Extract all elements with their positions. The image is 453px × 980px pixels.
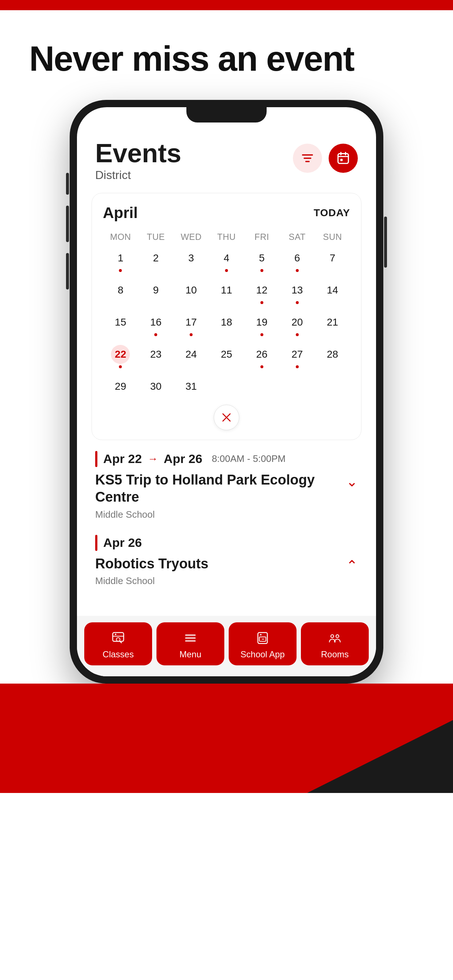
today-button[interactable]: TODAY [314,207,350,219]
event-1-info: KS5 Trip to Holland Park Ecology Centre … [95,471,339,520]
cal-day-2[interactable]: 2 [138,245,174,277]
cal-day-empty-3 [279,373,315,401]
cal-day-26[interactable]: 26 [244,341,279,373]
calendar-week-3: 15 16 17 18 19 20 21 [103,309,350,341]
event-2-card[interactable]: Robotics Tryouts Middle School ⌃ [95,555,358,587]
cal-day-empty-4 [315,373,350,401]
events-title-block: Events District [95,140,181,182]
cal-day-23[interactable]: 23 [138,341,174,373]
event-1-card[interactable]: KS5 Trip to Holland Park Ecology Centre … [95,471,358,520]
nav-menu-label: Menu [179,649,201,660]
cal-day-19[interactable]: 19 [244,309,279,341]
cal-day-25[interactable]: 25 [209,341,244,373]
calendar-icon [336,151,350,165]
calendar-toggle-button[interactable] [329,144,358,173]
event-2-date: Apr 26 [103,536,142,550]
cal-day-4[interactable]: 4 [209,245,244,277]
cal-day-21[interactable]: 21 [315,309,350,341]
cal-day-15[interactable]: 15 [103,309,138,341]
school-app-icon [254,630,271,646]
day-header-sat: SAT [279,229,315,245]
cal-day-29[interactable]: 29 [103,373,138,401]
phone-wrapper: Events District [0,100,453,684]
event-item-2: Apr 26 Robotics Tryouts Middle School ⌃ [95,535,358,587]
nav-school-app-button[interactable]: School App [229,622,297,665]
rooms-icon [327,630,343,646]
event-2-title: Robotics Tryouts [95,555,208,573]
cal-day-8[interactable]: 8 [103,277,138,309]
event-2-school: Middle School [95,575,208,587]
cal-day-6[interactable]: 6 [279,245,315,277]
nav-classes-label: Classes [102,649,134,660]
cal-day-27[interactable]: 27 [279,341,315,373]
cal-day-17[interactable]: 17 [174,309,209,341]
bottom-decorative-section [0,684,453,793]
cal-day-9[interactable]: 9 [138,277,174,309]
nav-classes-button[interactable]: Classes [84,622,152,665]
event-1-title: KS5 Trip to Holland Park Ecology Centre [95,471,339,506]
cal-day-30[interactable]: 30 [138,373,174,401]
bottom-navigation: Classes Menu [77,616,376,676]
events-header: Events District [77,133,376,186]
cal-day-7[interactable]: 7 [315,245,350,277]
cal-day-28[interactable]: 28 [315,341,350,373]
cal-day-11[interactable]: 11 [209,277,244,309]
event-1-arrow-icon: → [148,453,158,465]
cal-day-5[interactable]: 5 [244,245,279,277]
event-1-date-bar [95,451,97,467]
filter-button[interactable] [293,144,322,173]
event-1-school: Middle School [95,509,339,520]
nav-rooms-button[interactable]: Rooms [301,622,369,665]
day-header-fri: FRI [244,229,279,245]
phone-silent-btn [66,253,69,290]
svg-rect-10 [113,633,124,641]
svg-point-21 [336,635,339,638]
calendar-week-5: 29 30 31 [103,373,350,401]
filter-icon [301,152,314,165]
cal-day-14[interactable]: 14 [315,277,350,309]
calendar-month: April [103,204,138,222]
cal-day-18[interactable]: 18 [209,309,244,341]
chevron-down-icon[interactable]: ⌄ [346,474,358,490]
phone-power-btn [384,216,387,267]
event-1-time: 8:00AM - 5:00PM [212,453,286,465]
classes-icon [110,630,126,646]
cal-day-31[interactable]: 31 [174,373,209,401]
svg-rect-3 [338,153,349,163]
cal-day-16[interactable]: 16 [138,309,174,341]
calendar-week-1: 1 2 3 4 5 6 7 [103,245,350,277]
events-subtitle: District [95,169,181,182]
event-1-date-row: Apr 22 → Apr 26 8:00AM - 5:00PM [95,451,358,467]
calendar-card: April TODAY MON TUE WED THU FRI SAT SUN [91,193,362,440]
header-action-buttons [293,144,358,173]
top-status-bar [0,0,453,10]
phone-volume-down-btn [66,205,69,242]
nav-menu-button[interactable]: Menu [156,622,224,665]
cal-day-10[interactable]: 10 [174,277,209,309]
svg-point-20 [331,635,334,638]
day-header-thu: THU [209,229,244,245]
chevron-up-icon[interactable]: ⌃ [346,557,358,573]
day-header-sun: SUN [315,229,350,245]
event-item-1: Apr 22 → Apr 26 8:00AM - 5:00PM KS5 Trip… [95,451,358,520]
cal-day-12[interactable]: 12 [244,277,279,309]
calendar-day-headers: MON TUE WED THU FRI SAT SUN [103,229,350,245]
calendar-close-button[interactable] [214,405,239,430]
cal-day-3[interactable]: 3 [174,245,209,277]
cal-day-empty-2 [244,373,279,401]
event-1-date-from: Apr 22 [103,452,142,466]
cal-day-13[interactable]: 13 [279,277,315,309]
day-header-tue: TUE [138,229,174,245]
headline-text: Never miss an event [29,40,424,78]
svg-rect-7 [340,159,343,161]
calendar-week-4: 22 23 24 25 26 27 28 [103,341,350,373]
cal-day-20[interactable]: 20 [279,309,315,341]
cal-day-24[interactable]: 24 [174,341,209,373]
cal-day-1[interactable]: 1 [103,245,138,277]
close-x-icon [221,412,232,423]
phone-notch [187,107,266,123]
phone-volume-up-btn [66,173,69,195]
cal-day-empty-1 [209,373,244,401]
nav-rooms-label: Rooms [321,649,349,660]
cal-day-22[interactable]: 22 [103,341,138,373]
